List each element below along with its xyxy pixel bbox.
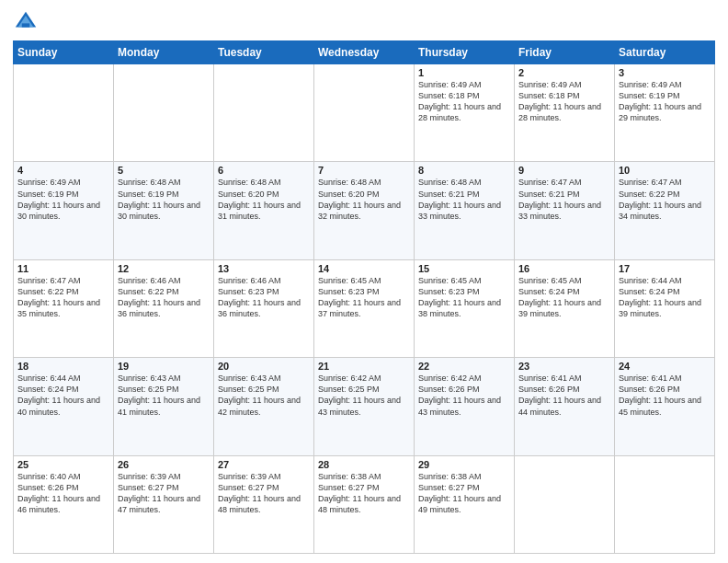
day-info: Sunrise: 6:47 AM Sunset: 6:21 PM Dayligh… bbox=[518, 177, 610, 222]
day-info: Sunrise: 6:44 AM Sunset: 6:24 PM Dayligh… bbox=[17, 373, 109, 418]
calendar-header-monday: Monday bbox=[114, 41, 214, 64]
calendar-cell bbox=[515, 455, 615, 553]
calendar-cell: 28Sunrise: 6:38 AM Sunset: 6:27 PM Dayli… bbox=[314, 455, 415, 553]
day-info: Sunrise: 6:49 AM Sunset: 6:18 PM Dayligh… bbox=[518, 79, 610, 124]
day-number: 26 bbox=[118, 459, 210, 470]
calendar-cell: 23Sunrise: 6:41 AM Sunset: 6:26 PM Dayli… bbox=[515, 358, 615, 455]
calendar-cell: 16Sunrise: 6:45 AM Sunset: 6:24 PM Dayli… bbox=[515, 259, 615, 357]
calendar-header-saturday: Saturday bbox=[615, 41, 715, 64]
day-number: 14 bbox=[318, 263, 410, 274]
day-number: 23 bbox=[518, 361, 610, 372]
day-number: 4 bbox=[17, 165, 109, 176]
calendar-cell: 19Sunrise: 6:43 AM Sunset: 6:25 PM Dayli… bbox=[114, 358, 214, 455]
day-info: Sunrise: 6:42 AM Sunset: 6:26 PM Dayligh… bbox=[418, 373, 510, 418]
day-info: Sunrise: 6:38 AM Sunset: 6:27 PM Dayligh… bbox=[318, 471, 410, 516]
calendar-cell: 9Sunrise: 6:47 AM Sunset: 6:21 PM Daylig… bbox=[515, 162, 615, 259]
calendar-cell: 21Sunrise: 6:42 AM Sunset: 6:25 PM Dayli… bbox=[314, 358, 415, 455]
day-number: 7 bbox=[318, 165, 410, 176]
calendar-cell bbox=[14, 64, 114, 162]
day-info: Sunrise: 6:48 AM Sunset: 6:20 PM Dayligh… bbox=[318, 177, 410, 222]
calendar-cell: 26Sunrise: 6:39 AM Sunset: 6:27 PM Dayli… bbox=[114, 455, 214, 553]
day-info: Sunrise: 6:45 AM Sunset: 6:24 PM Dayligh… bbox=[518, 275, 610, 320]
day-info: Sunrise: 6:49 AM Sunset: 6:19 PM Dayligh… bbox=[619, 79, 711, 124]
day-info: Sunrise: 6:47 AM Sunset: 6:22 PM Dayligh… bbox=[619, 177, 711, 222]
day-info: Sunrise: 6:39 AM Sunset: 6:27 PM Dayligh… bbox=[118, 471, 210, 516]
day-number: 13 bbox=[218, 263, 310, 274]
day-info: Sunrise: 6:45 AM Sunset: 6:23 PM Dayligh… bbox=[318, 275, 410, 320]
calendar-cell: 12Sunrise: 6:46 AM Sunset: 6:22 PM Dayli… bbox=[114, 259, 214, 357]
day-number: 11 bbox=[17, 263, 109, 274]
day-info: Sunrise: 6:46 AM Sunset: 6:23 PM Dayligh… bbox=[218, 275, 310, 320]
day-info: Sunrise: 6:40 AM Sunset: 6:26 PM Dayligh… bbox=[17, 471, 109, 516]
day-number: 20 bbox=[218, 361, 310, 372]
day-info: Sunrise: 6:47 AM Sunset: 6:22 PM Dayligh… bbox=[17, 275, 109, 320]
calendar-header-tuesday: Tuesday bbox=[214, 41, 314, 64]
day-info: Sunrise: 6:39 AM Sunset: 6:27 PM Dayligh… bbox=[218, 471, 310, 516]
calendar-cell: 18Sunrise: 6:44 AM Sunset: 6:24 PM Dayli… bbox=[14, 358, 114, 455]
day-info: Sunrise: 6:44 AM Sunset: 6:24 PM Dayligh… bbox=[619, 275, 711, 320]
day-number: 15 bbox=[418, 263, 510, 274]
day-info: Sunrise: 6:45 AM Sunset: 6:23 PM Dayligh… bbox=[418, 275, 510, 320]
calendar-week-1: 1Sunrise: 6:49 AM Sunset: 6:18 PM Daylig… bbox=[14, 64, 715, 162]
calendar-week-4: 18Sunrise: 6:44 AM Sunset: 6:24 PM Dayli… bbox=[14, 358, 715, 455]
calendar-cell: 7Sunrise: 6:48 AM Sunset: 6:20 PM Daylig… bbox=[314, 162, 415, 259]
calendar-cell: 25Sunrise: 6:40 AM Sunset: 6:26 PM Dayli… bbox=[14, 455, 114, 553]
day-info: Sunrise: 6:48 AM Sunset: 6:21 PM Dayligh… bbox=[418, 177, 510, 222]
calendar-week-2: 4Sunrise: 6:49 AM Sunset: 6:19 PM Daylig… bbox=[14, 162, 715, 259]
day-info: Sunrise: 6:41 AM Sunset: 6:26 PM Dayligh… bbox=[518, 373, 610, 418]
day-info: Sunrise: 6:41 AM Sunset: 6:26 PM Dayligh… bbox=[619, 373, 711, 418]
calendar-cell: 22Sunrise: 6:42 AM Sunset: 6:26 PM Dayli… bbox=[415, 358, 515, 455]
logo-icon bbox=[13, 9, 39, 35]
page: SundayMondayTuesdayWednesdayThursdayFrid… bbox=[0, 0, 728, 563]
day-number: 28 bbox=[318, 459, 410, 470]
calendar-cell: 1Sunrise: 6:49 AM Sunset: 6:18 PM Daylig… bbox=[415, 64, 515, 162]
day-number: 22 bbox=[418, 361, 510, 372]
calendar-cell: 3Sunrise: 6:49 AM Sunset: 6:19 PM Daylig… bbox=[615, 64, 715, 162]
calendar-header-friday: Friday bbox=[515, 41, 615, 64]
calendar-cell: 17Sunrise: 6:44 AM Sunset: 6:24 PM Dayli… bbox=[615, 259, 715, 357]
svg-rect-2 bbox=[22, 23, 29, 27]
day-info: Sunrise: 6:42 AM Sunset: 6:25 PM Dayligh… bbox=[318, 373, 410, 418]
day-info: Sunrise: 6:43 AM Sunset: 6:25 PM Dayligh… bbox=[118, 373, 210, 418]
day-number: 27 bbox=[218, 459, 310, 470]
day-number: 25 bbox=[17, 459, 109, 470]
calendar-week-5: 25Sunrise: 6:40 AM Sunset: 6:26 PM Dayli… bbox=[14, 455, 715, 553]
day-number: 6 bbox=[218, 165, 310, 176]
day-number: 12 bbox=[118, 263, 210, 274]
calendar-cell: 29Sunrise: 6:38 AM Sunset: 6:27 PM Dayli… bbox=[415, 455, 515, 553]
calendar-cell: 10Sunrise: 6:47 AM Sunset: 6:22 PM Dayli… bbox=[615, 162, 715, 259]
day-info: Sunrise: 6:49 AM Sunset: 6:18 PM Dayligh… bbox=[418, 79, 510, 124]
calendar-cell: 4Sunrise: 6:49 AM Sunset: 6:19 PM Daylig… bbox=[14, 162, 114, 259]
calendar-cell: 24Sunrise: 6:41 AM Sunset: 6:26 PM Dayli… bbox=[615, 358, 715, 455]
day-number: 29 bbox=[418, 459, 510, 470]
day-info: Sunrise: 6:38 AM Sunset: 6:27 PM Dayligh… bbox=[418, 471, 510, 516]
day-number: 5 bbox=[118, 165, 210, 176]
calendar-table: SundayMondayTuesdayWednesdayThursdayFrid… bbox=[13, 40, 715, 554]
calendar-cell: 27Sunrise: 6:39 AM Sunset: 6:27 PM Dayli… bbox=[214, 455, 314, 553]
day-number: 16 bbox=[518, 263, 610, 274]
calendar-cell bbox=[214, 64, 314, 162]
calendar-cell: 6Sunrise: 6:48 AM Sunset: 6:20 PM Daylig… bbox=[214, 162, 314, 259]
calendar-cell: 14Sunrise: 6:45 AM Sunset: 6:23 PM Dayli… bbox=[314, 259, 415, 357]
day-number: 8 bbox=[418, 165, 510, 176]
calendar-cell bbox=[615, 455, 715, 553]
calendar-cell: 20Sunrise: 6:43 AM Sunset: 6:25 PM Dayli… bbox=[214, 358, 314, 455]
day-number: 24 bbox=[619, 361, 711, 372]
day-number: 1 bbox=[418, 67, 510, 78]
day-info: Sunrise: 6:46 AM Sunset: 6:22 PM Dayligh… bbox=[118, 275, 210, 320]
calendar-cell: 11Sunrise: 6:47 AM Sunset: 6:22 PM Dayli… bbox=[14, 259, 114, 357]
calendar-cell: 15Sunrise: 6:45 AM Sunset: 6:23 PM Dayli… bbox=[415, 259, 515, 357]
calendar-header-wednesday: Wednesday bbox=[314, 41, 415, 64]
calendar-cell: 8Sunrise: 6:48 AM Sunset: 6:21 PM Daylig… bbox=[415, 162, 515, 259]
day-number: 17 bbox=[619, 263, 711, 274]
day-info: Sunrise: 6:49 AM Sunset: 6:19 PM Dayligh… bbox=[17, 177, 109, 222]
calendar-cell: 2Sunrise: 6:49 AM Sunset: 6:18 PM Daylig… bbox=[515, 64, 615, 162]
day-number: 3 bbox=[619, 67, 711, 78]
header bbox=[13, 9, 715, 35]
calendar-header-row: SundayMondayTuesdayWednesdayThursdayFrid… bbox=[14, 41, 715, 64]
day-number: 21 bbox=[318, 361, 410, 372]
day-info: Sunrise: 6:43 AM Sunset: 6:25 PM Dayligh… bbox=[218, 373, 310, 418]
day-number: 9 bbox=[518, 165, 610, 176]
day-number: 2 bbox=[518, 67, 610, 78]
logo bbox=[13, 9, 42, 35]
